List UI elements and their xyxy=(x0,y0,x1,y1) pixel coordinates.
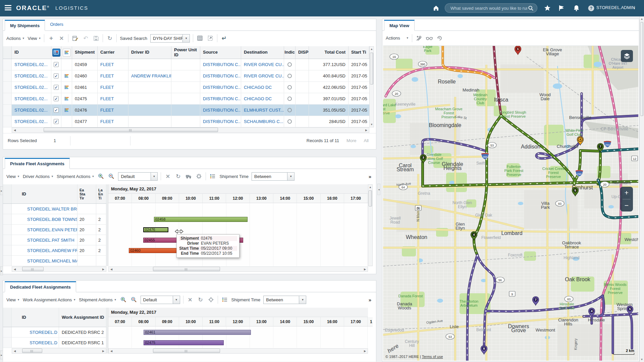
col-id[interactable]: ID xyxy=(12,46,51,59)
df-collapse-handle[interactable]: ▸ xyxy=(0,351,3,359)
df-refresh-icon[interactable]: ↻ xyxy=(197,296,204,303)
driver-link[interactable]: ANDREW FRANKLIN xyxy=(128,70,171,81)
add-icon[interactable]: + xyxy=(47,35,55,42)
resource-id-link[interactable]: STOREDEL.D xyxy=(12,338,59,348)
shipments-vertical-scrollbar[interactable]: ▲ ▼ xyxy=(369,46,374,127)
saved-search-input[interactable] xyxy=(450,5,528,11)
tab-dedicated-fleet[interactable]: Dedicated Fleet Assignments xyxy=(5,281,76,292)
pf-overflow-chevrons[interactable]: » xyxy=(369,174,371,179)
map-glasses-icon[interactable] xyxy=(426,35,433,42)
save-icon[interactable] xyxy=(92,35,100,42)
all-link[interactable]: All xyxy=(364,138,369,143)
indicator-circle[interactable] xyxy=(284,105,296,116)
col-start-time[interactable]: Start Ti xyxy=(348,46,369,59)
driver-row[interactable]: STOREDEL.BOB TOWNSEND202 xyxy=(3,214,106,225)
gantt-bar-02461[interactable]: 02461 xyxy=(144,330,251,335)
table-row[interactable]: STOREDEL.02...✓02460FLEETANDREW FRANKLIN… xyxy=(3,70,369,82)
df-gear-icon[interactable] xyxy=(207,296,215,303)
pf-grid-hscrollbar[interactable]: ◀ ▶ xyxy=(12,266,106,272)
zoom-in-icon[interactable] xyxy=(97,173,105,180)
destination-link[interactable]: SCHAUMBURG C... xyxy=(241,116,284,127)
menu-icon[interactable] xyxy=(5,5,11,11)
map-zoom-control[interactable]: + − xyxy=(620,187,633,212)
col-driver[interactable]: Driver ID xyxy=(128,46,171,59)
map-select-checkbox[interactable]: ✓ xyxy=(51,116,61,127)
user-menu-caret-icon[interactable]: ▼ xyxy=(633,7,636,10)
gantt-chart-icon[interactable] xyxy=(63,49,71,57)
destination-link[interactable]: ELMHURST CUST... xyxy=(241,105,284,116)
gantt-bar-02476[interactable]: 02476 xyxy=(143,227,168,232)
gantt-bar-02475[interactable]: 02475 xyxy=(144,340,224,345)
tab-orders[interactable]: Orders xyxy=(45,19,68,31)
shipment-id-link[interactable]: STOREDEL.02... xyxy=(12,82,51,93)
user-menu[interactable]: STOREDEL.ADMIN xyxy=(596,5,635,10)
undo-icon[interactable]: ↶ xyxy=(82,35,89,42)
pf-view-menu[interactable]: View▼ xyxy=(6,174,20,179)
destination-link[interactable]: RIVER GROVE CU... xyxy=(241,70,284,81)
row-gantt-icon[interactable] xyxy=(61,105,72,116)
delete-icon[interactable]: ✕ xyxy=(58,35,65,42)
indicator-circle[interactable] xyxy=(284,59,296,70)
source-link[interactable]: DISTRIBUTION C... xyxy=(200,70,241,81)
df-grid-hscrollbar[interactable]: ◀ ▶ xyxy=(12,348,106,354)
df-shipment-time-dropdown[interactable]: Between▼ xyxy=(263,296,306,304)
view-menu[interactable]: View▼ xyxy=(28,36,41,41)
source-link[interactable]: DISTRIBUTION C... xyxy=(200,93,241,104)
actions-menu[interactable]: Actions▼ xyxy=(6,36,25,41)
indicator-circle[interactable] xyxy=(284,82,296,93)
pf-driver-actions-menu[interactable]: Driver Actions▼ xyxy=(23,174,54,179)
resource-id-link[interactable]: STOREDEL.D xyxy=(12,327,59,337)
notifications-bell-icon[interactable] xyxy=(572,4,580,12)
map-canvas[interactable]: 19390205364361220838356953294355290 Eagl… xyxy=(383,46,638,361)
df-legend-list-icon[interactable] xyxy=(221,296,228,303)
carrier-link[interactable]: FLEET xyxy=(98,59,128,70)
gantt-bar-02458[interactable]: 02458 xyxy=(154,217,248,222)
shipment-id-link[interactable]: STOREDEL.02... xyxy=(12,105,51,116)
pf-col-id[interactable]: ID xyxy=(12,184,77,203)
col-source[interactable]: Source xyxy=(200,46,241,59)
pf-col-latest-end[interactable]: LaEnTi xyxy=(96,184,106,203)
tab-map-view[interactable]: Map View xyxy=(384,20,415,31)
source-link[interactable]: DISTRIBUTION C... xyxy=(200,82,241,93)
df-view-menu[interactable]: View▼ xyxy=(6,297,20,302)
pf-gantt-hscrollbar[interactable]: ◀ ▶ xyxy=(108,266,368,272)
map-splitter-handle[interactable]: ◂ xyxy=(377,184,380,195)
destination-link[interactable]: RIVER GROVE CU... xyxy=(241,59,284,70)
table-row[interactable]: STOREDEL.02...✓02475FLEETDISTRIBUTION C.… xyxy=(3,93,369,105)
page-vertical-scrollbar[interactable]: ▲ ▼ xyxy=(639,16,644,362)
table-row[interactable]: STOREDEL.02...✓02476FLEETDISTRIBUTION C.… xyxy=(3,105,369,116)
map-actions-menu[interactable]: Actions▼ xyxy=(386,36,409,41)
col-map-select[interactable] xyxy=(51,46,61,59)
source-link[interactable]: DISTRIBUTION C... xyxy=(200,105,241,116)
destination-link[interactable]: CHICAGO DC xyxy=(241,93,284,104)
shipment-id-link[interactable]: STOREDEL.02... xyxy=(12,93,51,104)
source-link[interactable]: DISTRIBUTION C... xyxy=(200,59,241,70)
driver-link[interactable]: STOREDEL.EVAN PETERS xyxy=(12,225,77,235)
detach-icon[interactable] xyxy=(207,35,214,42)
carrier-link[interactable]: FLEET xyxy=(98,70,128,81)
pf-preset-dropdown[interactable]: Default▼ xyxy=(118,172,158,181)
col-carrier[interactable]: Carrier xyxy=(98,46,128,59)
map-pin-icon[interactable] xyxy=(52,49,60,57)
shipment-id-link[interactable]: STOREDEL.02... xyxy=(12,59,51,70)
row-gantt-icon[interactable] xyxy=(61,82,72,93)
pf-refresh-icon[interactable]: ↻ xyxy=(174,173,182,180)
driver-link[interactable]: STOREDEL.BOB TOWNSEND xyxy=(12,214,77,224)
source-link[interactable]: DISTRIBUTION C... xyxy=(200,116,241,127)
shipment-id-link[interactable]: STOREDEL.02... xyxy=(12,116,51,127)
indicator-circle[interactable] xyxy=(284,70,296,81)
work-assignment-row[interactable]: STOREDEL.DDEDICATED RSRC 2 xyxy=(3,327,106,338)
edit-table-icon[interactable] xyxy=(71,35,79,42)
df-gantt-chart[interactable]: 0246102475 xyxy=(108,326,368,348)
df-shipment-actions-menu[interactable]: Shipment Actions▼ xyxy=(79,297,116,302)
pf-clear-icon[interactable]: ✕ xyxy=(164,173,171,180)
driver-row[interactable]: STOREDEL.MICHAEL MARTIN xyxy=(3,256,106,266)
favorites-star-icon[interactable] xyxy=(543,4,551,12)
search-icon[interactable] xyxy=(528,5,534,11)
zoom-out-button[interactable]: − xyxy=(620,199,633,212)
tab-private-fleet[interactable]: Private Fleet Assignments xyxy=(5,158,70,169)
table-row[interactable]: STOREDEL.02...✓02459FLEETDISTRIBUTION C.… xyxy=(3,59,369,70)
map-tools-icon[interactable] xyxy=(415,35,423,42)
grid-view-icon[interactable] xyxy=(196,35,204,42)
row-gantt-icon[interactable] xyxy=(61,70,72,81)
